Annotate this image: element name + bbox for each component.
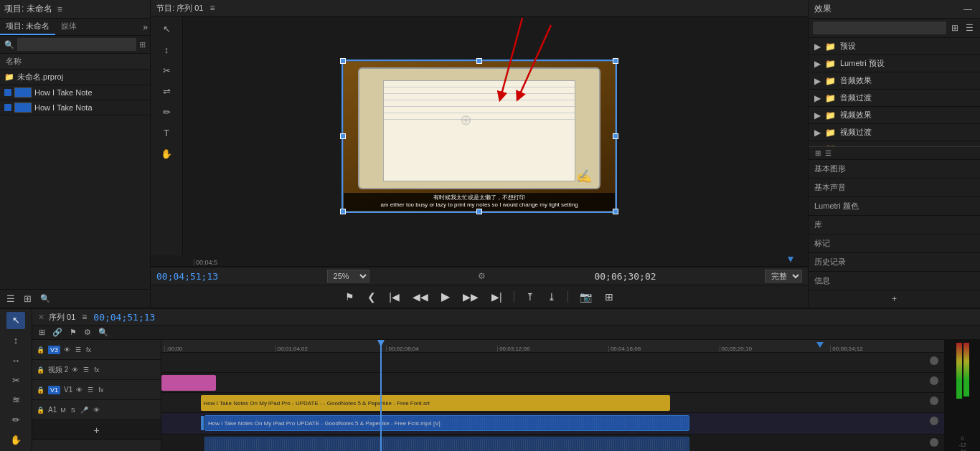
multi-cam-btn[interactable]: ⊞ [602, 290, 616, 304]
track-eye-v3[interactable]: 👁 [62, 346, 72, 354]
section-history[interactable]: 历史记录 [809, 253, 980, 272]
track-fx-v1[interactable]: fx [97, 386, 105, 394]
quality-select[interactable]: 完整 1/2 1/4 [765, 270, 802, 283]
add-panel-btn[interactable]: + [890, 293, 899, 305]
tl-slip-btn[interactable]: ≋ [6, 391, 25, 409]
section-lumetri-color[interactable]: Lumetri 颜色 [809, 197, 980, 216]
track-lock-v2[interactable]: 🔒 [35, 366, 46, 374]
go-to-in-btn[interactable]: |◀ [386, 290, 402, 304]
track-sync-v2[interactable]: ☰ [82, 366, 90, 374]
tl-track-fwd-btn[interactable]: ↕ [6, 332, 25, 349]
col-header-name: 名称 [0, 54, 150, 70]
track-solo-a1[interactable]: S [70, 406, 77, 414]
effects-item-audio-trans[interactable]: ▶ 📁 音频过渡 [809, 90, 980, 107]
track-row-a1 [161, 435, 944, 451]
project-item-prproj[interactable]: 📁 未命名.prproj [0, 70, 150, 85]
track-sync-v1[interactable]: ☰ [86, 386, 95, 394]
tl-select-btn[interactable]: ↖ [6, 312, 25, 329]
project-item-clip1[interactable]: How I Take Note [0, 85, 150, 100]
track-select-tool[interactable]: ↕ [157, 40, 176, 59]
effects-icon-list2[interactable]: ☰ [823, 148, 834, 158]
tl-settings-btn[interactable]: ⚙ [82, 327, 93, 338]
tl-ripple-btn[interactable]: ↔ [6, 351, 25, 369]
track-mic-a1[interactable]: 🎤 [79, 406, 90, 414]
play-btn[interactable]: ▶ [438, 288, 453, 305]
track-lock-v1[interactable]: 🔒 [35, 386, 46, 394]
folder-icon6: 📁 [825, 128, 836, 138]
clip-audio-a1[interactable] [204, 437, 689, 451]
tab-media[interactable]: 媒体 [55, 19, 83, 35]
tl-zoom-btn[interactable]: 🔍 [96, 327, 110, 338]
track-lock-a1[interactable]: 🔒 [35, 406, 46, 414]
tl-pen-btn[interactable]: ✏ [6, 412, 25, 429]
ripple-tool[interactable]: ✂ [157, 61, 176, 80]
meter-level-r [963, 397, 969, 436]
preview-menu-btn[interactable]: ≡ [207, 2, 217, 14]
pen-tool[interactable]: ✏ [157, 103, 176, 121]
effects-menu-btn[interactable]: — [961, 4, 974, 15]
lift-btn[interactable]: ⤒ [523, 290, 537, 304]
timeline-menu-btn[interactable]: ≡ [80, 311, 89, 323]
effects-list: ▶ 📁 预设 ▶ 📁 Lumetri 预设 ▶ 📁 音频效果 ▶ 📁 音频过渡 … [809, 38, 980, 146]
effects-item-presets[interactable]: ▶ 📁 预设 [809, 38, 980, 55]
zoom-select[interactable]: 25% 50% 100% [327, 270, 369, 283]
section-basic-audio[interactable]: 基本声音 [809, 179, 980, 197]
mark-out-btn[interactable]: ❮ [364, 290, 379, 304]
clip-pink[interactable] [161, 375, 216, 391]
track-eye-v1[interactable]: 👁 [75, 386, 84, 394]
track-eye-a1[interactable]: 👁 [92, 406, 101, 414]
effects-list-btn[interactable]: ☰ [963, 22, 976, 34]
step-fwd-btn[interactable]: ▶▶ [460, 290, 481, 304]
track-eye-v2[interactable]: 👁 [70, 366, 80, 374]
track-sync-v3[interactable]: ☰ [74, 346, 83, 354]
extract-btn[interactable]: ⤓ [545, 290, 559, 304]
hand-tool[interactable]: ✋ [157, 144, 176, 163]
project-item-clip2[interactable]: How I Take Nota [0, 100, 150, 115]
effects-item-lumetri[interactable]: ▶ 📁 Lumetri 预设 [809, 55, 980, 72]
panel-expand-btn[interactable]: » [141, 19, 150, 35]
project-search-input[interactable] [17, 38, 136, 51]
track-mute-a1[interactable]: M [59, 406, 67, 414]
track-fx-v2[interactable]: fx [93, 366, 100, 374]
tab-project[interactable]: 项目: 未命名 [0, 19, 55, 35]
panel-menu-btn[interactable]: ≡ [55, 4, 65, 15]
timeline-toolbar: ⊞ 🔗 ⚑ ⚙ 🔍 [32, 326, 980, 340]
effects-item-video-fx[interactable]: ▶ 📁 视频效果 [809, 107, 980, 124]
effects-item-presets2[interactable]: ▶ 📁 Presets [809, 141, 980, 146]
grid-view-btn[interactable]: ⊞ [22, 293, 34, 305]
tl-marker-btn[interactable]: ⚑ [67, 327, 79, 338]
preview-title: 节目: 序列 01 [156, 3, 203, 14]
type-tool[interactable]: T [157, 123, 176, 142]
tl-hand-btn[interactable]: ✋ [6, 431, 25, 448]
section-library[interactable]: 库 [809, 216, 980, 234]
tl-snap-btn[interactable]: ⊞ [37, 327, 47, 338]
selection-tool[interactable]: ↖ [157, 19, 176, 38]
step-back-btn[interactable]: ◀◀ [410, 290, 431, 304]
effects-item-audio-fx[interactable]: ▶ 📁 音频效果 [809, 72, 980, 90]
track-lock-v3[interactable]: 🔒 [35, 346, 46, 354]
track-label-v2: 🔒 视频 2 👁 ☰ fx [32, 360, 161, 380]
tl-razor-btn[interactable]: ✂ [6, 371, 25, 389]
clip-video-v1[interactable]: How I Take Notes On My iPad Pro UPDATE -… [204, 415, 689, 431]
track-fx-v3[interactable]: fx [85, 346, 93, 354]
section-info[interactable]: 信息 [809, 272, 980, 290]
sequence-close-x[interactable]: ✕ [38, 313, 44, 322]
list-view-btn[interactable]: ☰ [4, 293, 17, 305]
mark-in-btn[interactable]: ⚑ [342, 290, 357, 304]
effects-item-video-trans[interactable]: ▶ 📁 视频过渡 [809, 124, 980, 141]
effects-icon-grid[interactable]: ⊞ [813, 148, 823, 158]
tl-link-btn[interactable]: 🔗 [50, 327, 65, 338]
go-to-out-btn[interactable]: ▶| [489, 290, 505, 304]
settings-icon: ⚙ [478, 271, 486, 281]
folder-icon4: 📁 [825, 93, 836, 103]
effects-search-input[interactable] [813, 22, 946, 34]
section-basic-graphic[interactable]: 基本图形 [809, 160, 980, 179]
effects-grid-btn[interactable]: ⊞ [949, 22, 961, 34]
rate-stretch-tool[interactable]: ⇌ [157, 82, 176, 100]
video-frame-container: ⊕ ✍ 有时候我太忙或是太懒了，不想打印 am either too busy … [343, 61, 616, 212]
search-btn2[interactable]: 🔍 [38, 293, 52, 304]
clip-srt[interactable]: How I Take Notes On My iPad Pro - UPDATE… [201, 395, 671, 411]
camera-btn[interactable]: 📷 [577, 290, 595, 304]
add-track-btn[interactable]: + [91, 424, 101, 437]
section-markers[interactable]: 标记 [809, 234, 980, 253]
